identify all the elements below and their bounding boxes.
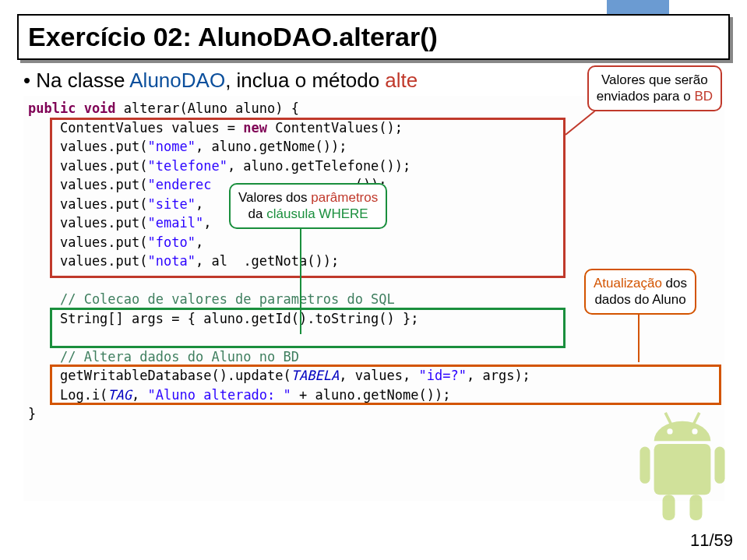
callout-red: parâmetros xyxy=(311,190,378,205)
bullet-method: alte xyxy=(385,69,418,92)
callout-text: da xyxy=(248,206,267,221)
code-line: values.put( xyxy=(28,158,148,174)
svg-line-9 xyxy=(694,413,699,424)
kw: new xyxy=(243,120,267,136)
callout-update: Atualização dos dados do Aluno xyxy=(584,269,696,315)
code-line: values.put( xyxy=(28,177,148,192)
str: "nota" xyxy=(148,253,196,269)
callout-green: cláusula WHERE xyxy=(266,206,368,221)
android-robot-icon xyxy=(624,404,741,529)
code-line xyxy=(203,196,219,212)
code-block: public void alterar(Aluno aluno) { Conte… xyxy=(23,96,724,427)
str: "telefone" xyxy=(148,158,227,174)
code-line: values.put( xyxy=(28,234,148,250)
code-line: , values, xyxy=(339,368,418,383)
code-line: values.put( xyxy=(28,139,148,154)
page-number: 11/59 xyxy=(690,530,733,551)
code-line: values.put( xyxy=(28,253,148,269)
svg-line-8 xyxy=(665,413,671,424)
code-line: Log.i( xyxy=(28,387,107,403)
callout-orange: Atualização xyxy=(594,276,662,291)
bullet-prefix: Na classe xyxy=(36,69,129,92)
svg-point-11 xyxy=(692,428,697,434)
code-line: .getNota()); xyxy=(227,253,339,269)
callout-values-bd: Valores que serão enviados para o BD xyxy=(587,65,722,111)
code-line: } xyxy=(28,406,36,421)
code-line: , xyxy=(196,234,203,250)
code-line: ContentValues(); xyxy=(267,120,403,136)
str: "foto" xyxy=(148,234,196,250)
callout-text: Valores dos xyxy=(238,190,311,205)
code-line xyxy=(211,215,227,231)
code-line: + aluno.getNome()); xyxy=(291,387,451,403)
svg-rect-4 xyxy=(640,447,650,484)
code-line xyxy=(203,234,347,250)
str: "email" xyxy=(148,215,204,231)
callout-red: BD xyxy=(694,89,713,104)
code-line: , args); xyxy=(467,368,530,383)
svg-rect-7 xyxy=(689,495,702,520)
comment: // Altera dados do Aluno no BD xyxy=(28,349,299,365)
bullet-class: AlunoDAO xyxy=(129,69,225,92)
callout-text: dos xyxy=(662,276,687,291)
slide-title: Exercício 02: AlunoDAO.alterar() xyxy=(28,22,719,52)
bullet-middle: , inclua o método xyxy=(225,69,385,92)
code-line: alterar(Aluno aluno) { xyxy=(116,100,299,116)
code-line: , aluno.getTelefone()); xyxy=(227,158,410,174)
callout-text: enviados para o xyxy=(597,89,695,104)
code-line: values.put( xyxy=(28,215,148,231)
code-line: , xyxy=(203,215,211,231)
str: "id=?" xyxy=(419,368,467,383)
str: "Aluno alterado: " xyxy=(148,387,291,403)
field: TAG xyxy=(107,387,132,403)
code-line: , xyxy=(196,196,203,212)
svg-rect-5 xyxy=(714,447,724,484)
code-line: String[] args = { aluno.getId().toString… xyxy=(28,311,419,326)
code-line: , al xyxy=(196,253,227,269)
str: "nome" xyxy=(148,139,196,154)
svg-rect-6 xyxy=(663,495,675,520)
comment: // Colecao de valores de parametros do S… xyxy=(28,291,395,307)
callout-params: Valores dos parâmetros da cláusula WHERE xyxy=(229,183,387,229)
str: "enderec xyxy=(148,177,212,192)
code-line: , xyxy=(132,387,147,403)
code-line: ContentValues values = xyxy=(28,120,243,136)
code-line: getWritableDatabase().update( xyxy=(28,368,291,383)
callout-text: dados do Aluno xyxy=(594,292,685,307)
field: TABELA xyxy=(291,368,339,383)
code-area: public void alterar(Aluno aluno) { Conte… xyxy=(23,96,724,501)
svg-rect-3 xyxy=(654,444,711,495)
code-line: values.put( xyxy=(28,196,148,212)
title-box: Exercício 02: AlunoDAO.alterar() xyxy=(17,14,730,60)
str: "site" xyxy=(148,196,196,212)
callout-text: Valores que serão xyxy=(601,72,708,87)
svg-point-10 xyxy=(667,428,672,434)
kw: public void xyxy=(28,100,116,116)
code-line: , aluno.getNome()); xyxy=(196,139,347,154)
